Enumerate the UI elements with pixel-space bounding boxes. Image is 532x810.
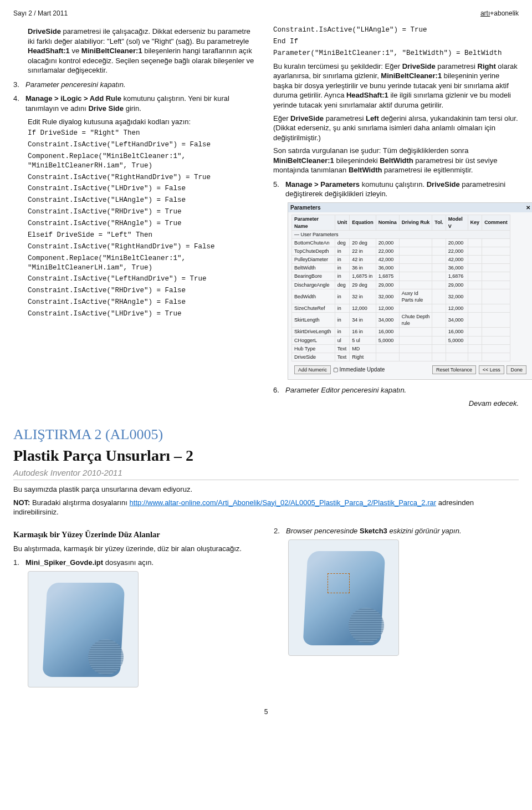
table-row[interactable]: SkirtLengthin34 in34,000Chute Depth rule… [292,313,510,328]
bottom-left: Karmaşık bir Yüzey Üzerinde Düz Alanlar … [13,522,258,691]
step-4-text: Manage > iLogic > Add Rule komutunu çalı… [25,94,259,113]
step-3-num: 3. [13,80,25,90]
code-line-1: Constraint.IsActive("LeftHandDrive") = F… [28,140,259,150]
step-b2-num: 2. [274,526,286,536]
step-b2-text: Browser penceresinde Sketch3 eskizini gö… [286,526,462,536]
code-line-10: Component.Replace("MiniBeltCleaner:1", "… [28,254,259,273]
brand-post: abonelik [494,9,519,17]
table-header: Driving Ruk [399,215,432,230]
to-be-continued: Devam edecek. [273,399,519,409]
table-row[interactable]: BeltWidthin36 in36,00036,000 [292,264,510,272]
step-b1-text: Mini_Spiker_Govde.ipt dosyasını açın. [25,558,154,568]
step-5-text: Manage > Parameters komutunu çalıştırın.… [285,180,519,199]
part-image-2 [288,539,399,656]
code-line-5: Constraint.IsActive("LHAngle") = False [28,196,259,205]
code-line-4: Constraint.IsActive("LHDrive") = False [28,184,259,193]
intro-paragraph: DriveSide parametresi ile çalışacağız. D… [28,27,259,75]
step-3: 3. Parameter penceresini kapatın. [13,80,259,90]
code-line-0: If DriveSide = "Right" Then [28,129,259,138]
dialog-title: Parameters [290,204,320,212]
table-row[interactable]: CHoggerLul5 ul5,00005,0000 [292,336,510,344]
bottom-right: 2. Browser penceresinde Sketch3 eskizini… [274,522,519,691]
done-button[interactable]: Done [507,365,526,374]
parameters-dialog: Parameters ✕ Parameter NameUnitEquationN… [288,202,532,380]
step-b1-num: 1. [13,558,25,568]
code-line-7: Constraint.IsActive("RHAngle") = True [28,219,259,228]
close-icon[interactable]: ✕ [526,204,530,212]
code-line-3: Constraint.IsActive("RightHandDrive") = … [28,173,259,182]
main-columns: DriveSide parametresi ile çalışacağız. D… [13,23,519,408]
code2-line-1: End If [273,37,519,47]
code2-line-2: Parameter("MiniBeltCleaner:1", "BeltWidt… [273,49,519,58]
code-line-9: Constraint.IsActive("RightHandDrive") = … [28,242,259,252]
right-column: Constraint.IsActive("LHAngle") = True En… [273,23,519,408]
code-line-13: Constraint.IsActive("RHAngle") = False [28,298,259,307]
download-note: NOT: Buradaki alıştırma dosyalarını http… [13,498,519,517]
table-group: — User Parameters [292,230,510,238]
step-b1: 1. Mini_Spiker_Govde.ipt dosyasını açın. [13,558,258,568]
brand-label: artı+abonelik [480,9,519,18]
left-case-paragraph: Eğer DriveSide parametresi Left değerini… [273,114,519,143]
table-header: Tol. [432,215,446,230]
page-number: 5 [13,707,519,716]
reset-tolerance-button[interactable]: Reset Tolerance [432,365,476,374]
table-header: Comment [482,215,510,230]
step-4: 4. Manage > iLogic > Add Rule komutunu ç… [13,94,259,113]
table-row[interactable]: SkirtDriveLengthin16 in16,00016,000 [292,328,510,336]
code-line-8: Elseif DriveSide = "Left" Then [28,231,259,240]
table-header: Parameter Name [292,215,335,230]
step-b2: 2. Browser penceresinde Sketch3 eskizini… [274,526,519,536]
code-line-12: Constraint.IsActive("RHDrive") = False [28,286,259,296]
bottom-intro: Bu sayımızda plastik parça unsurlarına d… [13,485,519,495]
code-line-11: Constraint.IsActive("LeftHandDrive") = T… [28,274,259,284]
less-button[interactable]: << Less [479,365,504,374]
software-version: Autodesk Inventor 2010-2011 [13,467,519,478]
table-row[interactable]: Hub TypeTextMD [292,344,510,353]
dialog-footer: Add Numeric ▢ Immediate Update Reset Tol… [291,364,529,376]
table-row[interactable]: DischargeAngledeg29 deg29,00029,000 [292,281,510,289]
update-checkbox-label[interactable]: ▢ Immediate Update [333,366,385,373]
bottom-columns: Karmaşık bir Yüzey Üzerinde Düz Alanlar … [13,522,519,691]
step-3-text: Parameter penceresini kapatın. [25,80,126,90]
step-5-num: 5. [273,180,285,199]
step-4-num: 4. [13,94,25,113]
table-row[interactable]: PulleyDiameterin42 in42,00042,000 [292,256,510,264]
step-5: 5. Manage > Parameters komutunu çalıştır… [273,180,519,199]
table-row[interactable]: BedWidthin32 in32,000Auxy Id Parts rule3… [292,289,510,304]
table-header: Unit [335,215,350,230]
subsection-desc: Bu alıştırmada, karmaşık bir yüzey üzeri… [13,544,258,554]
code-line-14: Constraint.IsActive("LHDrive") = True [28,309,259,319]
last-line-paragraph: Son satırda vurgulanan ise şudur: Tüm de… [273,146,519,175]
table-row[interactable]: BearingBorein1,6875 in1,68751,6876 [292,272,510,281]
brand-pre: artı [480,9,490,17]
exercise-title: ALIŞTIRMA 2 (AL0005) [13,425,519,444]
issue-label: Sayı 2 / Mart 2011 [13,9,68,18]
step-6: 6. Parameter Editor penceresini kapatın. [273,385,519,395]
page-header: Sayı 2 / Mart 2011 artı+abonelik [13,9,519,18]
edit-rule-instruction: Edit Rule diyalog kutusuna aşağıdaki kod… [28,117,259,127]
add-numeric-button[interactable]: Add Numeric [294,365,331,374]
table-row[interactable]: SizeChuteRefin12,00012,00012,000 [292,304,510,312]
code-line-2: Component.Replace("MiniBeltCleaner:1", "… [28,152,259,171]
table-header: Nomina [376,215,399,230]
code2-line-0: Constraint.IsActive("LHAngle") = True [273,26,519,35]
drive-side-term: DriveSide [28,27,61,35]
table-header: Equation [350,215,376,230]
table-header: Model V [446,215,468,230]
left-column: DriveSide parametresi ile çalışacağız. D… [13,23,259,408]
translation-paragraph: Bu kuralın tercümesi şu şekildedir: Eğer… [273,62,519,110]
download-link[interactable]: http://www.altar-online.com/Arti_Aboneli… [130,498,437,507]
table-row[interactable]: BottomChuteAndeg20 deg20,00020,000 [292,238,510,247]
subsection-header: Karmaşık bir Yüzey Üzerinde Düz Alanlar [13,529,258,541]
parameters-table: Parameter NameUnitEquationNominaDriving … [291,215,510,361]
exercise-subtitle: Plastik Parça Unsurları – 2 [13,445,519,466]
part-image-1 [28,571,139,687]
bottom-section: ALIŞTIRMA 2 (AL0005) Plastik Parça Unsur… [13,425,519,690]
table-row[interactable]: DriveSideTextRight [292,353,510,361]
table-header: Key [468,215,482,230]
table-row[interactable]: TopChuteDepthin22 in22,00022,000 [292,247,510,255]
step-6-num: 6. [273,385,285,395]
code-line-6: Constraint.IsActive("RHDrive") = True [28,207,259,217]
step-6-text: Parameter Editor penceresini kapatın. [285,385,406,395]
